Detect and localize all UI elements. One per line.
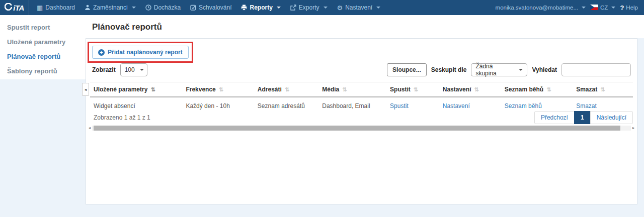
pagination: Předchozí 1 Následující [535,111,633,124]
scroll-left-arrow-icon[interactable]: ◂ [89,126,91,130]
help-label: Help [626,5,638,11]
nav-exporty[interactable]: Exporty [290,4,328,11]
nav-label: Exporty [299,4,319,11]
pagination-page-1-button[interactable]: 1 [574,111,591,124]
page-title: Plánovač reportů [92,22,162,32]
horizontal-scrollbar[interactable]: ◂ ▸ [89,125,634,131]
settings-link[interactable]: Nastavení [443,102,470,110]
pagination-previous-button[interactable]: Předchozí [534,111,575,124]
content-panel: ◂ + Přidat naplánovaný report Zobrazit 1… [86,38,637,204]
run-list-link[interactable]: Seznam běhů [505,102,542,110]
search-label: Vyhledat [532,66,557,73]
scrollbar-track[interactable] [92,126,631,131]
nav-label: Zaměstnanci [93,4,128,11]
navbar-right: monika.svatonova@mobatime... CZ ? Help [496,4,638,12]
sort-icon: ⇅ [285,86,289,92]
page: iTA ▦ Dashboard Zaměstnanci Docházka [0,0,644,217]
scrollbar-thumb[interactable] [94,126,620,131]
main-menu: ▦ Dashboard Zaměstnanci Docházka [37,4,380,11]
logo-ring-icon [5,3,12,12]
table-controls: Zobrazit 100 Sloupce... Seskupit dle Žád… [86,63,637,77]
column-header-smazat[interactable]: Smazat⇅ [573,82,633,97]
group-by-label: Seskupit dle [431,66,467,73]
sort-icon: ⇅ [342,86,346,92]
sidebar-item-sablony-reportu[interactable]: Šablony reportů [0,64,86,78]
table-footer: Zobrazeno 1 až 1 z 1 Předchozí 1 Následu… [90,111,633,124]
column-header-ulozene-parametry[interactable]: Uložené parametry⇅ [90,82,182,97]
chevron-down-icon [140,69,144,71]
group-by-select[interactable]: Žádná skupina [471,63,527,76]
export-icon [290,5,296,11]
chevron-down-icon [519,69,523,71]
person-icon [85,5,91,11]
nav-zamestnanci[interactable]: Zaměstnanci [85,4,136,11]
add-button-label: Přidat naplánovaný report [108,49,183,56]
chevron-down-icon [582,7,586,9]
sort-icon: ⇅ [150,86,154,92]
column-header-seznam-behu[interactable]: Seznam běhů⇅ [501,82,573,97]
sidebar-item-ulozene-parametry[interactable]: Uložené parametry [0,35,86,49]
column-header-frekvence[interactable]: Frekvence⇅ [182,82,254,97]
pagination-next-button[interactable]: Následující [590,111,633,124]
gear-icon: ⚙ [337,5,343,11]
logo-text: iTA [13,4,24,12]
chevron-down-icon [277,7,281,9]
sort-icon: ⇅ [474,86,478,92]
check-square-icon [190,5,196,11]
sidebar-item-planovac-reportu[interactable]: Plánovač reportů [0,49,86,64]
annotation-highlight-box: + Přidat naplánovaný report [88,42,193,63]
delete-link[interactable]: Smazat [576,102,597,110]
sort-icon: ⇅ [219,86,223,92]
nav-label: Dashboard [45,4,75,11]
table-header-row: Uložené parametry⇅ Frekvence⇅ Adresáti⇅ … [90,82,633,97]
plus-circle-icon: + [98,49,105,56]
question-mark-icon: ? [620,4,624,12]
app-logo[interactable]: iTA [0,0,29,15]
chevron-down-icon [132,7,136,9]
nav-label: Reporty [250,4,272,11]
column-header-spustit[interactable]: Spustit⇅ [386,82,439,97]
nav-dochazka[interactable]: Docházka [145,4,181,11]
nav-nastaveni[interactable]: ⚙ Nastavení [337,4,381,11]
column-header-media[interactable]: Média⇅ [318,82,386,97]
language-code: CZ [600,5,608,11]
column-header-nastaveni[interactable]: Nastavení⇅ [439,82,501,97]
results-summary: Zobrazeno 1 až 1 z 1 [90,114,150,121]
sort-icon: ⇅ [546,86,550,92]
nav-label: Docházka [154,4,181,11]
chevron-down-icon [376,7,380,9]
search-input[interactable] [561,63,631,76]
page-size-select[interactable]: 100 [120,63,147,76]
chevron-down-icon [324,7,328,9]
page-size-label: Zobrazit [92,66,116,73]
group-by-value: Žádná skupina [475,63,514,77]
clock-icon [145,5,151,11]
page-size-value: 100 [125,66,135,73]
czech-flag-icon [590,5,598,11]
language-menu[interactable]: CZ [590,5,615,11]
sort-icon: ⇅ [600,86,604,92]
nav-schvalovani[interactable]: Schvalování [190,4,231,11]
column-header-adresati[interactable]: Adresáti⇅ [254,82,318,97]
sort-icon: ⇅ [414,86,418,92]
grid-icon: ▦ [37,5,43,11]
user-menu[interactable]: monika.svatonova@mobatime... [496,5,586,11]
add-scheduled-report-button[interactable]: + Přidat naplánovaný report [92,46,189,59]
chevron-down-icon [611,7,615,9]
user-email: monika.svatonova@mobatime... [496,5,578,11]
nav-label: Nastavení [345,4,372,11]
scroll-right-arrow-icon[interactable]: ▸ [632,126,634,130]
columns-button[interactable]: Sloupce... [387,63,427,76]
nav-label: Schvalování [199,4,231,11]
help-link[interactable]: ? Help [620,4,638,12]
nav-reporty[interactable]: Reporty [241,4,280,11]
printer-icon [241,5,247,11]
reports-table: Uložené parametry⇅ Frekvence⇅ Adresáti⇅ … [90,82,633,115]
collapse-sidebar-button[interactable]: ◂ [82,83,89,96]
sidebar-item-spustit-report[interactable]: Spustit report [0,20,86,35]
top-navbar: iTA ▦ Dashboard Zaměstnanci Docházka [0,0,644,15]
nav-dashboard[interactable]: ▦ Dashboard [37,4,75,11]
run-report-link[interactable]: Spustit [390,102,409,110]
sidebar: Spustit report Uložené parametry Plánova… [0,15,86,79]
